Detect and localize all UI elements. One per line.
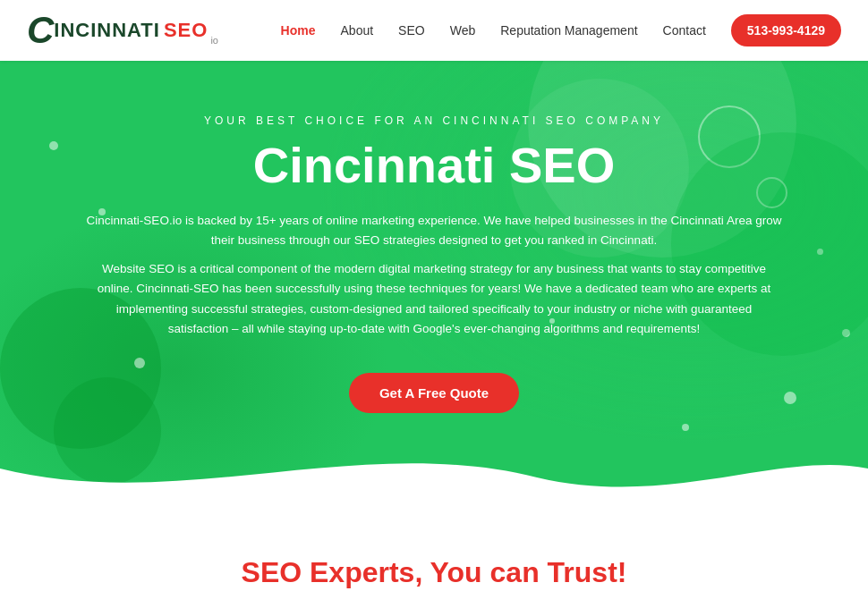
below-hero-section: SEO Experts, You can Trust! Our team of … xyxy=(0,502,868,608)
hero-section: YOUR BEST CHOICE FOR AN CINCINNATI SEO C… xyxy=(0,61,868,502)
get-quote-button[interactable]: Get A Free Quote xyxy=(349,373,519,413)
nav-link-home[interactable]: Home xyxy=(281,23,316,38)
below-hero-title: SEO Experts, You can Trust! xyxy=(72,556,796,589)
hero-subtitle: YOUR BEST CHOICE FOR AN CINCINNATI SEO C… xyxy=(204,114,664,127)
nav-link-web[interactable]: Web xyxy=(450,23,476,38)
below-hero-title-dark: SEO Experts, xyxy=(242,556,423,588)
logo-io: io xyxy=(210,35,218,46)
hero-title: Cincinnati SEO xyxy=(253,138,616,193)
nav-link-contact[interactable]: Contact xyxy=(663,23,706,38)
hero-paragraph-2: Website SEO is a critical component of t… xyxy=(85,259,783,339)
nav-link-reputation[interactable]: Reputation Management xyxy=(500,23,637,38)
nav-link-about[interactable]: About xyxy=(341,23,374,38)
hero-cta-area: Get A Free Quote xyxy=(349,373,519,413)
deco-dot-1 xyxy=(49,141,58,150)
main-nav: Home About SEO Web Reputation Management… xyxy=(281,14,841,46)
site-logo[interactable]: C INCINNATI SEO io xyxy=(27,12,218,49)
hero-wave xyxy=(0,433,868,502)
deco-dot-5 xyxy=(784,392,796,404)
logo-incinnati: INCINNATI xyxy=(54,19,160,42)
below-hero-title-red: You can Trust! xyxy=(422,556,626,588)
logo-c: C xyxy=(27,12,54,49)
site-header: C INCINNATI SEO io Home About SEO Web Re… xyxy=(0,0,868,61)
nav-link-seo[interactable]: SEO xyxy=(398,23,425,38)
hero-paragraph-1: Cincinnati-SEO.io is backed by 15+ years… xyxy=(85,211,783,251)
phone-button[interactable]: 513-993-4129 xyxy=(731,14,841,46)
logo-seo: SEO xyxy=(164,19,208,42)
deco-dot-4 xyxy=(682,424,689,431)
